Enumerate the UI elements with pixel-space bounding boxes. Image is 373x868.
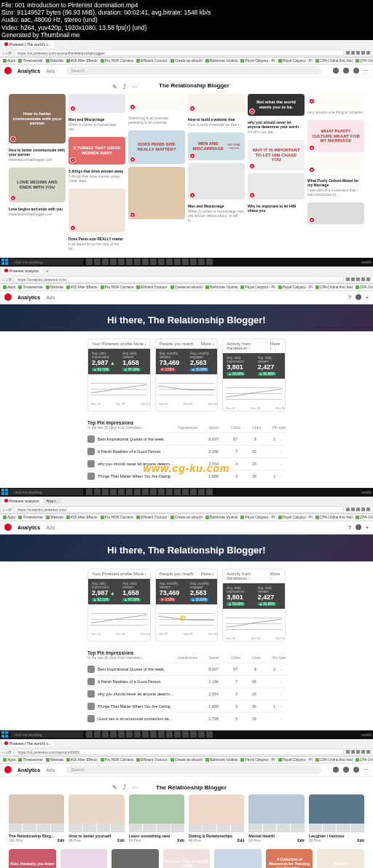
menu-icon[interactable]: ⋯ [364, 68, 369, 74]
nav-buttons[interactable]: ‹ › ⟳ [3, 507, 12, 512]
taskbar-app-icon[interactable] [182, 259, 189, 265]
windows-taskbar[interactable]: ○ Ask me anything mirillis [0, 258, 373, 267]
pin-card[interactable]: ♥ [128, 94, 185, 111]
pin-card[interactable]: LOVE BEGINS AND ENDS WITH YOU♥ [9, 167, 66, 202]
nav-ads[interactable]: Ads [46, 295, 55, 300]
bookmark-item[interactable]: Timewarmer [18, 58, 43, 63]
start-button[interactable] [1, 489, 9, 496]
bookmarks-bar[interactable]: AppsTimewarmerWebsite#15 After EffectsPr… [0, 757, 373, 764]
bookmark-item[interactable]: Payal Calypso - Pr [278, 757, 313, 762]
bookmark-item[interactable]: Payal Calypso - Pr [240, 285, 275, 289]
help-icon[interactable]: ? [348, 525, 351, 530]
browser-tab[interactable]: Pinterest | The world's c... [1, 741, 54, 746]
top-pin-row[interactable]: Things That Matter When You Are Dating1,… [87, 470, 286, 482]
board-card[interactable]: A Collection of Resources for Tracking i… [266, 849, 313, 868]
taskbar-app-icon[interactable] [174, 259, 181, 265]
board-card[interactable]: Dating & Relationships46 PinsEdit [189, 794, 244, 843]
taskbar-app-icon[interactable] [134, 489, 141, 495]
bookmark-item[interactable]: #15 After Effects [66, 285, 98, 289]
extension-icons[interactable] [346, 277, 370, 281]
taskbar-app-icon[interactable] [142, 731, 149, 738]
taskbar-app-icon[interactable] [86, 259, 93, 265]
top-pin-row[interactable]: Best Inspirational Quotes of the week8,6… [87, 433, 286, 445]
bookmark-item[interactable]: Efficient Outsour [136, 285, 168, 289]
bookmark-item[interactable]: Website [46, 285, 63, 289]
card-more-link[interactable]: More › [201, 572, 213, 576]
analytics-card[interactable]: Your Pinterest profileMore ›Avg. daily i… [87, 339, 151, 411]
taskbar-app-icon[interactable] [126, 259, 133, 265]
windows-taskbar[interactable]: ○ Ask me anything mirillis [0, 488, 373, 497]
bookmark-item[interactable]: CPA Online first had [315, 58, 353, 63]
bookmarks-bar[interactable]: AppsTimewarmerWebsite#15 After EffectsPr… [0, 514, 373, 521]
taskbar-app-icon[interactable] [118, 489, 125, 495]
taskbar-app-icon[interactable] [142, 259, 149, 265]
bookmark-item[interactable]: Create an ebook! [170, 285, 203, 289]
card-more-link[interactable]: More › [270, 342, 281, 350]
taskbar-app-icon[interactable] [110, 259, 117, 265]
bookmark-item[interactable]: Create an ebook! [170, 58, 203, 63]
bookmarks-bar[interactable]: AppsTimewarmerWebsite#15 After EffectsPr… [0, 58, 373, 65]
bookmark-item[interactable]: #15 After Effects [66, 757, 98, 762]
taskbar-app-icon[interactable] [150, 259, 157, 265]
pin-card[interactable]: ♥ [248, 173, 305, 200]
bookmark-item[interactable]: Payal Calypso - Pr [278, 58, 313, 63]
board-card[interactable]: Kids. Honestly, you knowBeing a Dad29 Pi… [9, 849, 56, 868]
bookmark-item[interactable]: CPA Online first had [356, 515, 373, 519]
board-card[interactable]: Being a Mum46 PinsEdit [60, 849, 108, 868]
browser-tab-2[interactable]: How t... [44, 498, 62, 504]
bookmark-item[interactable]: Efficient Outsour [136, 58, 168, 63]
address-bar[interactable]: https://analytics.pinterest.com/ [14, 506, 344, 513]
board-card[interactable]: Powerful / Emotional23 PinsEdit [111, 849, 159, 868]
browser-tab[interactable]: Pinterest | The world's c... [1, 42, 54, 47]
browser-tab[interactable]: Pinterest analytics [1, 268, 42, 274]
new-tab[interactable]: + [44, 268, 52, 274]
notif-icon[interactable] [333, 767, 339, 773]
windows-taskbar[interactable]: ○ Ask me anything mirillis [0, 730, 373, 739]
taskbar-app-icon[interactable] [142, 489, 149, 495]
pinterest-logo-icon[interactable] [4, 766, 12, 773]
bookmark-item[interactable]: Payal Calypso - Pr [240, 757, 275, 762]
top-pin-row[interactable]: Best Inspirational Quotes of the week8,6… [87, 663, 286, 675]
bookmark-item[interactable]: CPA Online first had [356, 285, 373, 289]
top-pin-row[interactable]: why you should never let anyone determ..… [87, 457, 286, 470]
menu-icon[interactable]: ⋯ [364, 767, 369, 773]
address-bar[interactable]: https://uk.pinterest.com/raymond1905/ [14, 749, 344, 755]
cortana-search[interactable]: ○ Ask me anything [10, 259, 83, 265]
bookmark-item[interactable]: Efficient Outsour [136, 757, 168, 762]
more-icon[interactable]: ⋯ [131, 84, 138, 91]
pinterest-logo-icon[interactable] [4, 67, 12, 74]
taskbar-app-icon[interactable] [126, 489, 133, 495]
help-icon[interactable]: ? [348, 295, 351, 300]
taskbar-app-icon[interactable] [198, 731, 205, 738]
taskbar-app-icon[interactable] [118, 259, 125, 265]
bookmark-item[interactable]: CPA Online first had [356, 757, 373, 762]
taskbar-app-icon[interactable] [126, 731, 133, 738]
taskbar-app-icon[interactable] [182, 489, 189, 495]
taskbar-app-icon[interactable] [166, 731, 173, 738]
taskbar-app-icon[interactable] [190, 489, 197, 495]
analytics-card[interactable]: People you reachMore ›Avg. monthly viewe… [155, 569, 219, 642]
nav-ads[interactable]: Ads [46, 768, 55, 773]
bookmark-item[interactable]: Timewarmer [18, 285, 43, 289]
pin-card[interactable]: ♥ [68, 189, 125, 232]
taskbar-app-icon[interactable] [102, 731, 109, 738]
extension-icons[interactable] [346, 51, 370, 55]
inbox-icon[interactable] [343, 68, 349, 74]
taskbar-app-icon[interactable] [94, 259, 101, 265]
pin-card[interactable]: ♥ [307, 202, 364, 224]
taskbar-app-icon[interactable] [206, 259, 213, 265]
taskbar-app-icon[interactable] [102, 259, 109, 265]
browser-tab[interactable]: Pinterest analytics [1, 498, 42, 504]
taskbar-app-icon[interactable] [94, 489, 101, 495]
bookmark-item[interactable]: Website [46, 58, 63, 63]
analytics-card[interactable]: Activity from therelation...More ›Avg. d… [222, 569, 286, 642]
bookmark-item[interactable]: CPA Online first had [315, 757, 353, 762]
search-input[interactable]: Search [66, 66, 321, 75]
taskbar-app-icon[interactable] [158, 731, 165, 738]
extension-icons[interactable] [346, 750, 370, 754]
bookmark-item[interactable]: Pro HDR Camera [101, 58, 133, 63]
bookmark-item[interactable]: Apps [3, 285, 15, 289]
bookmark-item[interactable]: Timewarmer [18, 757, 43, 762]
pin-card[interactable]: Not what the world wants you to be.♥ [248, 94, 305, 116]
bookmark-item[interactable]: Pro HDR Camera [101, 515, 133, 519]
